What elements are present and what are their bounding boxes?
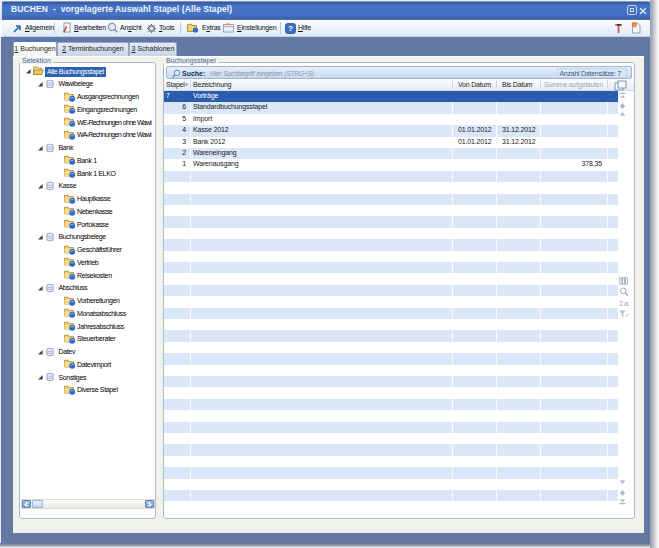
svg-text:?: ?: [288, 24, 293, 33]
svg-text:Σa: Σa: [619, 299, 629, 307]
